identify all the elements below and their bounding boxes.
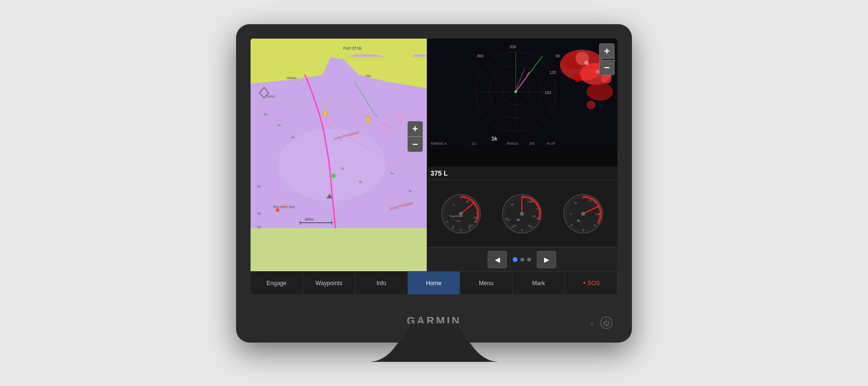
svg-text:40: 40	[511, 203, 514, 206]
svg-text:63: 63	[257, 212, 261, 215]
svg-point-101	[520, 212, 524, 216]
svg-text:100: 100	[595, 213, 601, 216]
svg-point-48	[587, 100, 595, 109]
svg-text:N: N	[517, 218, 519, 221]
gauges-panel: 0 80 160 200 1 Fuel Flow L/hr	[427, 180, 617, 247]
svg-text:300m: 300m	[305, 217, 314, 221]
svg-marker-8	[395, 111, 404, 122]
chart-panel[interactable]: Port Of Mi Entry Prohibited Entry Prohib…	[251, 39, 427, 271]
right-panel: 330 300 90 120 150	[427, 39, 617, 271]
svg-line-20	[296, 84, 422, 143]
sos-icon: ✦	[582, 280, 586, 286]
toolbar: Engage Waypoints Info Home Menu Mark	[251, 271, 617, 294]
radar-panel[interactable]: 330 300 90 120 150	[427, 39, 617, 166]
device-stand	[362, 323, 506, 362]
svg-text:10: 10	[507, 219, 510, 221]
svg-text:Obstac: Obstac	[287, 76, 297, 80]
radar-zoom-minus-button[interactable]: −	[599, 60, 615, 75]
fuel-display: 375 L	[427, 166, 617, 180]
svg-rect-2	[251, 39, 427, 55]
mark-button[interactable]: Mark	[513, 272, 565, 294]
svg-text:x100: x100	[527, 200, 534, 203]
svg-text:Subsc: Subsc	[266, 95, 276, 98]
svg-text:Biscayne Bay: Biscayne Bay	[273, 205, 295, 209]
svg-marker-6	[260, 87, 269, 98]
radar-zoom-plus-button[interactable]: +	[599, 43, 615, 59]
nav-dot-1[interactable]	[513, 257, 518, 262]
svg-rect-10	[332, 174, 335, 178]
svg-marker-4	[341, 56, 427, 88]
garmin-device: Port Of Mi Entry Prohibited Entry Prohib…	[236, 24, 632, 362]
svg-text:90: 90	[556, 54, 560, 58]
svg-point-118	[581, 212, 585, 216]
menu-button[interactable]: Menu	[460, 272, 513, 294]
nav-dot-2[interactable]	[520, 258, 524, 262]
svg-point-49	[584, 61, 588, 65]
chart-zoom-minus-button[interactable]: −	[407, 137, 423, 152]
svg-text:1₂: 1₂	[408, 189, 412, 193]
svg-text:Entry Prohibite: Entry Prohibite	[390, 201, 414, 211]
nav-dot-3[interactable]	[527, 258, 531, 262]
svg-line-39	[354, 82, 377, 118]
svg-point-5	[278, 129, 386, 201]
fuel-value: 375 L	[431, 169, 448, 177]
svg-text:Port Of Mi: Port Of Mi	[343, 46, 362, 51]
speed-gauge: 40 x100 60 70 10 20 N	[500, 192, 544, 235]
svg-point-47	[574, 75, 581, 82]
nav-next-button[interactable]: ▶	[537, 251, 556, 268]
svg-marker-7	[325, 115, 334, 126]
svg-text:120: 120	[549, 70, 556, 75]
home-button[interactable]: Home	[408, 272, 461, 294]
svg-text:2₄: 2₄	[359, 180, 362, 183]
svg-rect-0	[251, 39, 427, 228]
device-body: Port Of Mi Entry Prohibited Entry Prohib…	[236, 24, 632, 343]
svg-text:Entry Prohibited: Entry Prohibited	[333, 130, 359, 141]
svg-text:0₁: 0₁	[264, 112, 267, 116]
svg-text:50: 50	[574, 202, 577, 205]
svg-marker-13	[326, 194, 333, 198]
svg-text:300: 300	[476, 54, 483, 58]
sos-button[interactable]: ✦ SOS	[565, 272, 617, 294]
svg-line-21	[287, 102, 422, 179]
svg-text:1₂: 1₂	[291, 135, 294, 138]
svg-text:%: %	[577, 219, 580, 222]
svg-text:Pile: Pile	[366, 74, 371, 78]
svg-text:RANGE A: RANGE A	[431, 141, 447, 146]
svg-text:Fuel Flow: Fuel Flow	[450, 215, 463, 218]
svg-text:21/: 21/	[471, 141, 476, 146]
svg-marker-37	[366, 115, 370, 122]
svg-text:160: 160	[473, 216, 478, 219]
svg-marker-9	[379, 122, 389, 133]
svg-marker-1	[251, 39, 427, 66]
engage-button[interactable]: Engage	[251, 272, 303, 294]
screen-area: Port Of Mi Entry Prohibited Entry Prohib…	[251, 39, 617, 294]
svg-text:150: 150	[545, 91, 551, 95]
svg-text:200: 200	[468, 224, 474, 227]
svg-text:1₁: 1₁	[341, 166, 344, 170]
percent-gauge: 50 75 100 0 %	[561, 192, 605, 235]
nav-prev-button[interactable]: ◀	[488, 251, 507, 268]
info-button[interactable]: Info	[355, 272, 408, 294]
status-indicator	[590, 323, 593, 326]
waypoints-button[interactable]: Waypoints	[303, 272, 356, 294]
svg-text:75: 75	[588, 199, 592, 202]
svg-text:RINGS: RINGS	[507, 141, 518, 146]
svg-text:1k: 1k	[491, 136, 498, 141]
chart-zoom-plus-button[interactable]: +	[407, 121, 423, 137]
svg-point-12	[283, 204, 286, 207]
svg-marker-3	[251, 55, 332, 84]
svg-point-11	[276, 208, 279, 212]
svg-text:70: 70	[528, 224, 531, 227]
svg-text:L/hr: L/hr	[456, 220, 461, 222]
svg-text:1m: 1m	[529, 141, 535, 146]
svg-text:60: 60	[532, 215, 536, 218]
svg-point-43	[587, 83, 613, 101]
svg-text:80: 80	[466, 200, 469, 203]
power-button[interactable]: ⏻	[600, 317, 613, 329]
svg-text:20: 20	[513, 224, 517, 227]
svg-text:61: 61	[257, 185, 261, 188]
nav-arrows-panel: ◀ ▶	[427, 247, 617, 271]
svg-text:330: 330	[509, 45, 516, 49]
svg-marker-38	[323, 109, 327, 115]
nav-dots	[513, 257, 531, 262]
